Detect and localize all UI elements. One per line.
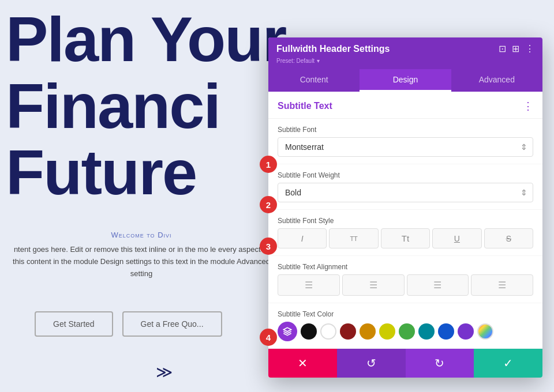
panel-body: Subtitle Text ⋮ Subtitle Font Montserrat… — [268, 92, 542, 349]
welcome-section: Welcome to Divi ntent goes here. Edit or… — [12, 231, 271, 280]
color-amber[interactable] — [360, 323, 376, 340]
save-button[interactable]: ✓ — [474, 349, 542, 378]
tab-design[interactable]: Design — [360, 69, 451, 92]
color-picker-button[interactable] — [278, 322, 297, 341]
settings-panel: Fullwidth Header Settings ⊡ ⊞ ⋮ Preset: … — [268, 37, 542, 378]
step-badge-2: 2 — [260, 196, 277, 213]
panel-header: Fullwidth Header Settings ⊡ ⊞ ⋮ Preset: … — [268, 37, 542, 69]
subtitle-font-style-label: Subtitle Font Style — [278, 217, 533, 225]
section-title: Subtitle Text — [278, 101, 332, 111]
step-badge-1: 1 — [260, 156, 277, 173]
tab-content[interactable]: Content — [268, 69, 360, 92]
color-blue[interactable] — [438, 323, 454, 340]
panel-preset[interactable]: Preset: Default ▾ — [276, 56, 534, 65]
subtitle-font-select-wrapper: Montserrat Open Sans Roboto Lato ⇕ — [278, 137, 533, 157]
body-text: ntent goes here. Edit or remove this tex… — [12, 244, 271, 280]
subtitle-font-select[interactable]: Montserrat Open Sans Roboto Lato — [278, 137, 533, 157]
text-alignment-buttons: ☰ ☰ ☰ ☰ — [278, 274, 533, 296]
welcome-label: Welcome to Divi — [12, 231, 271, 239]
color-purple[interactable] — [458, 323, 474, 340]
align-center-button[interactable]: ☰ — [342, 274, 405, 296]
step-badge-4: 4 — [260, 329, 277, 346]
title-case-button[interactable]: Tt — [381, 228, 430, 248]
section-header: Subtitle Text ⋮ — [268, 92, 542, 119]
subtitle-text-alignment-field: Subtitle Text Alignment ☰ ☰ ☰ ☰ — [268, 256, 542, 303]
panel-title: Fullwidth Header Settings — [276, 44, 390, 54]
color-swatches-row — [278, 322, 533, 341]
cta-buttons: Get Started Get a Free Quo... — [35, 311, 222, 337]
tab-advanced[interactable]: Advanced — [451, 69, 542, 92]
subtitle-text-alignment-label: Subtitle Text Alignment — [278, 263, 533, 271]
section-more-icon[interactable]: ⋮ — [523, 100, 533, 112]
subtitle-font-style-field: Subtitle Font Style I TT Tt U S — [268, 210, 542, 256]
subtitle-font-field: Subtitle Font Montserrat Open Sans Robot… — [268, 119, 542, 164]
color-gradient[interactable] — [477, 323, 493, 340]
scroll-down-icon[interactable]: ≫ — [156, 364, 173, 380]
undo-button[interactable]: ↺ — [337, 349, 406, 378]
cancel-button[interactable]: ✕ — [268, 349, 337, 378]
color-teal[interactable] — [418, 323, 435, 340]
color-black[interactable] — [301, 323, 317, 340]
hero-text: Plan Your Financi Future — [6, 6, 286, 206]
strikethrough-button[interactable]: S — [484, 228, 533, 248]
color-dark-red[interactable] — [340, 323, 356, 340]
step-badge-3: 3 — [260, 238, 277, 255]
more-options-icon[interactable]: ⋮ — [525, 43, 534, 54]
subtitle-font-weight-field: Subtitle Font Weight Bold Normal Light E… — [268, 164, 542, 210]
underline-button[interactable]: U — [432, 228, 481, 248]
expand-icon[interactable]: ⊞ — [512, 43, 519, 54]
resize-icon[interactable]: ⊡ — [499, 43, 506, 54]
color-white[interactable] — [320, 323, 336, 340]
panel-header-top: Fullwidth Header Settings ⊡ ⊞ ⋮ — [276, 43, 534, 54]
align-left-button[interactable]: ☰ — [278, 274, 340, 296]
subtitle-font-weight-select[interactable]: Bold Normal Light Extra Bold — [278, 183, 533, 202]
subtitle-text-color-field: Subtitle Text Color — [268, 303, 542, 349]
align-right-button[interactable]: ☰ — [407, 274, 469, 296]
italic-button[interactable]: I — [278, 228, 327, 248]
align-justify-button[interactable]: ☰ — [471, 274, 533, 296]
subtitle-font-weight-select-wrapper: Bold Normal Light Extra Bold ⇕ — [278, 183, 533, 202]
get-started-button[interactable]: Get Started — [35, 311, 113, 337]
panel-header-icons: ⊡ ⊞ ⋮ — [499, 43, 534, 54]
font-style-buttons: I TT Tt U S — [278, 228, 533, 248]
color-yellow[interactable] — [379, 323, 395, 340]
panel-tabs: Content Design Advanced — [268, 69, 542, 92]
free-quote-button[interactable]: Get a Free Quo... — [122, 311, 222, 337]
subtitle-font-label: Subtitle Font — [278, 126, 533, 134]
small-caps-button[interactable]: TT — [329, 228, 378, 248]
subtitle-font-weight-label: Subtitle Font Weight — [278, 171, 533, 179]
subtitle-text-color-label: Subtitle Text Color — [278, 310, 533, 318]
redo-button[interactable]: ↻ — [406, 349, 474, 378]
color-green[interactable] — [399, 323, 415, 340]
panel-footer: ✕ ↺ ↻ ✓ — [268, 349, 542, 378]
